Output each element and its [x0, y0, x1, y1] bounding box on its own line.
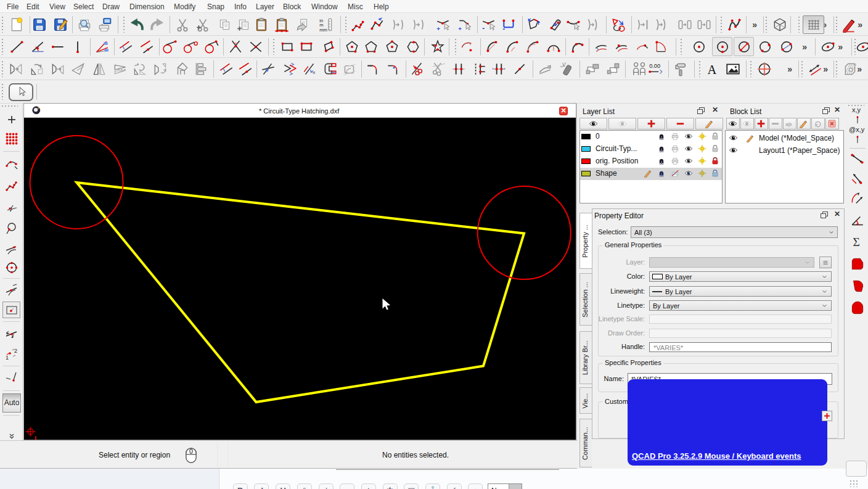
svg-text:»: » [857, 64, 862, 74]
svg-text:mm: mm [319, 27, 327, 32]
svg-text:1: 1 [6, 355, 9, 361]
svg-text:»: » [752, 20, 757, 30]
svg-text:x: x [313, 69, 315, 75]
svg-text:+: + [458, 25, 462, 31]
svg-text:»: » [823, 64, 828, 74]
svg-text:Σ: Σ [853, 236, 859, 249]
svg-text:-: - [482, 23, 485, 32]
svg-text:0.00: 0.00 [649, 62, 660, 68]
svg-text:-: - [502, 24, 505, 32]
svg-text:2: 2 [14, 348, 17, 354]
svg-text:A: A [707, 62, 716, 76]
svg-text:»: » [802, 42, 807, 52]
svg-text:a|b: a|b [785, 121, 792, 127]
svg-text:*: * [504, 67, 506, 72]
svg-text:*: * [492, 67, 494, 72]
svg-text:+: + [436, 25, 440, 31]
svg-text:»: » [788, 64, 793, 74]
svg-text:»: » [858, 20, 862, 30]
svg-text:»: » [838, 42, 843, 52]
